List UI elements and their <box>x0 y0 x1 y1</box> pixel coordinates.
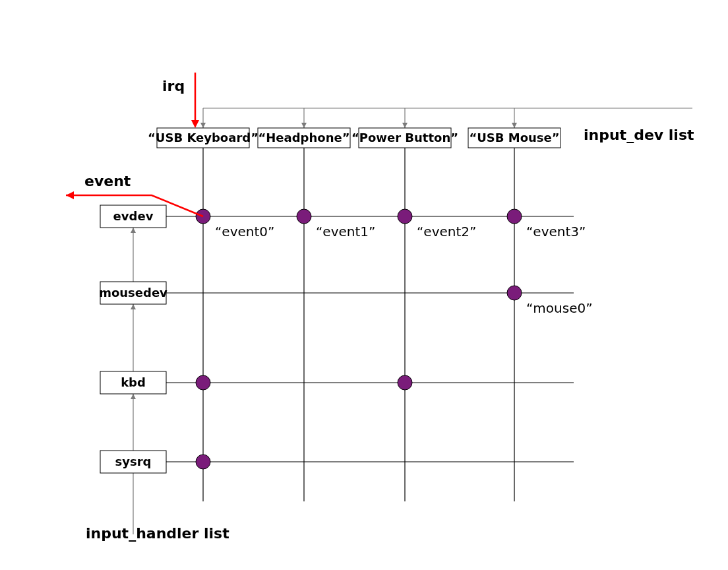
connection-label-usb_keyboard-evdev: “event0” <box>215 224 274 239</box>
connection-node-headphone-evdev <box>297 209 311 224</box>
arrowhead-down-icon <box>200 123 206 128</box>
arrowhead-down-icon <box>402 123 408 128</box>
input-dev-list-title: input_dev list <box>584 127 694 143</box>
connection-node-usb_mouse-mousedev <box>507 286 522 300</box>
connection-node-usb_mouse-evdev <box>507 209 522 224</box>
connection-label-usb_mouse-evdev: “event3” <box>526 224 586 239</box>
connection-node-power_button-kbd <box>398 375 412 390</box>
connection-node-usb_keyboard-kbd <box>196 375 210 390</box>
device-label-headphone: “Headphone” <box>258 131 349 144</box>
event-label: event <box>84 173 131 189</box>
connection-node-power_button-evdev <box>398 209 412 224</box>
handler-label-mousedev: mousedev <box>99 286 167 300</box>
handler-label-kbd: kbd <box>121 375 146 389</box>
irq-label: irq <box>162 78 185 94</box>
arrowhead-up-icon <box>131 228 136 233</box>
handler-label-evdev: evdev <box>113 209 154 223</box>
handler-label-sysrq: sysrq <box>115 455 152 468</box>
connection-label-usb_mouse-mousedev: “mouse0” <box>526 300 593 316</box>
input-handler-list-title: input_handler list <box>86 525 229 542</box>
connection-label-power_button-evdev: “event2” <box>417 224 476 239</box>
device-label-power_button: “Power Button” <box>351 131 458 144</box>
device-label-usb_keyboard: “USB Keyboard” <box>148 131 258 144</box>
arrowhead-down-icon <box>301 123 307 128</box>
arrowhead-up-icon <box>131 394 136 399</box>
event-arrowhead-icon <box>66 191 74 199</box>
connection-node-usb_keyboard-sysrq <box>196 455 210 469</box>
device-label-usb_mouse: “USB Mouse” <box>469 131 559 144</box>
arrowhead-up-icon <box>131 304 136 309</box>
irq-arrowhead-icon <box>191 120 199 128</box>
connection-label-headphone-evdev: “event1” <box>316 224 375 239</box>
arrowhead-down-icon <box>512 123 517 128</box>
